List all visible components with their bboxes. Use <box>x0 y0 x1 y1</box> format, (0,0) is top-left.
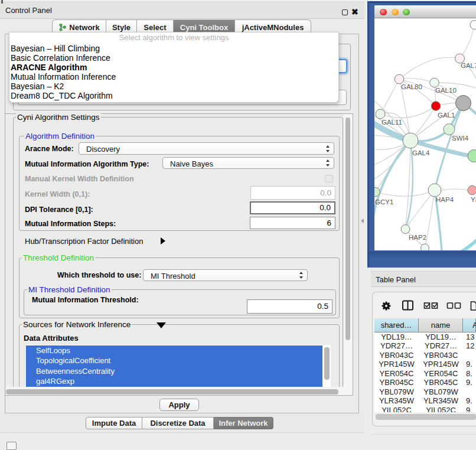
svg-text:GAL4: GAL4 <box>412 149 430 156</box>
svg-text:HAP2: HAP2 <box>409 234 426 241</box>
svg-text:GCY1: GCY1 <box>375 198 393 206</box>
svg-text:GAL80: GAL80 <box>401 83 422 90</box>
svg-text:GAL1: GAL1 <box>438 112 455 119</box>
svg-text:GAL11: GAL11 <box>382 119 402 126</box>
svg-text:HAP4: HAP4 <box>436 196 454 203</box>
svg-text:GAL10: GAL10 <box>435 87 457 94</box>
svg-text:YM: YM <box>471 196 476 203</box>
svg-text:SWI4: SWI4 <box>452 135 469 142</box>
svg-text:GAL7: GAL7 <box>461 62 476 69</box>
